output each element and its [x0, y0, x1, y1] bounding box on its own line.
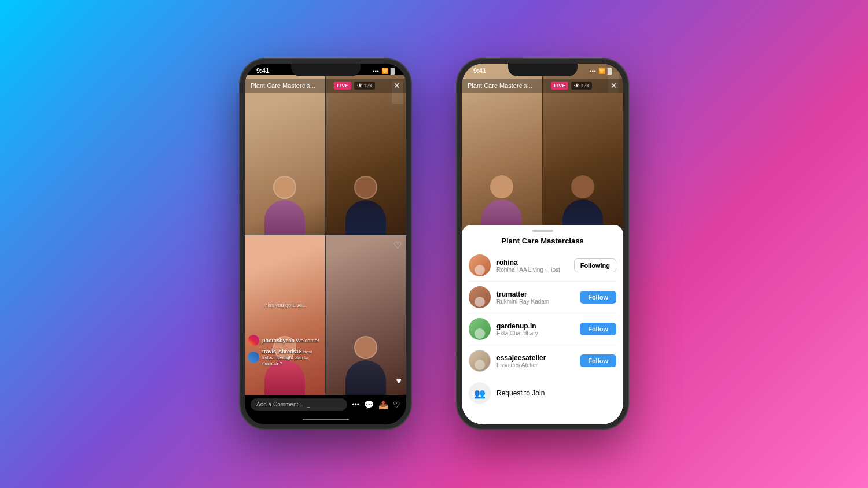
- panel-avatar-essajees: [469, 350, 491, 372]
- phone2-wifi-icon: 🛜: [598, 68, 605, 74]
- panel-sheet: Plant Care Masterclass rohina Rohina | A…: [462, 225, 623, 424]
- panel-item-rohina: rohina Rohina | AA Living · Host Followi…: [469, 250, 616, 282]
- panel-item-essajees: essajeesatelier Essajees Atelier Follow: [469, 345, 616, 376]
- miss-text: Miss you go Live...: [263, 302, 307, 308]
- comment-text-1: photosbyean Welcome!: [262, 338, 319, 343]
- share-icon[interactable]: 📤: [378, 400, 388, 409]
- comment-bar: Add a Comment... _ ••• 💬 📤 ♡: [245, 395, 406, 414]
- live-title: Plant Care Mastercla...: [251, 82, 315, 89]
- close-button[interactable]: ✕: [393, 81, 400, 90]
- request-join-text: Request to Join: [496, 389, 545, 397]
- speech-icon[interactable]: 💬: [364, 400, 374, 409]
- status-icons: ▪▪▪ 🛜 ▓: [373, 68, 395, 74]
- wifi-icon: 🛜: [381, 68, 388, 74]
- person-2: [345, 176, 386, 235]
- phone-screen: 9:41 ▪▪▪ 🛜 ▓ Plant Care Mastercla... LIV…: [245, 64, 406, 424]
- home-indicator: [245, 414, 406, 424]
- signal-icon: ▪▪▪: [373, 68, 379, 74]
- viewers-badge: 👁 12k: [354, 82, 375, 90]
- phone2-status-time: 9:41: [473, 67, 486, 74]
- panel-avatar-gardenup: [469, 318, 491, 340]
- more-options-button[interactable]: •••: [352, 401, 359, 409]
- video-grid: Miss you go Live... photosbyean Welcome!: [245, 75, 406, 395]
- panel-info-gardenup: gardenup.in Ekta Chaudhary: [496, 322, 574, 337]
- status-time: 9:41: [256, 67, 269, 74]
- comment-row-2: travis_shreds18 best indoor low light pl…: [248, 349, 322, 366]
- phone2-live-badge: LIVE: [551, 82, 568, 90]
- phone2-viewers-badge: 👁 12k: [571, 82, 592, 90]
- panel-avatar-trumatter: [469, 286, 491, 308]
- comment-input-placeholder: Add a Comment...: [256, 401, 303, 408]
- live-badge: LIVE: [334, 82, 351, 90]
- video-bg-2: [326, 75, 407, 235]
- video-bg-1: [245, 75, 325, 235]
- panel-item-trumatter: trumatter Rukmini Ray Kadam Follow: [469, 282, 616, 313]
- panel-subtext-trumatter: Rukmini Ray Kadam: [496, 298, 574, 305]
- panel-item-gardenup: gardenup.in Ekta Chaudhary Follow: [469, 313, 616, 345]
- phone2-viewer-count: 12k: [580, 83, 589, 88]
- video-cell-1: [245, 75, 326, 235]
- panel-subtext-gardenup: Ekta Chaudhary: [496, 330, 574, 337]
- phone2-close-button[interactable]: ✕: [610, 81, 617, 90]
- panel-info-rohina: rohina Rohina | AA Living · Host: [496, 258, 568, 273]
- comment-input[interactable]: Add a Comment... _: [251, 398, 347, 411]
- follow-button-trumatter[interactable]: Follow: [580, 291, 616, 304]
- panel-username-trumatter: trumatter: [496, 290, 574, 298]
- phone2-battery-icon: ▓: [608, 68, 612, 74]
- comments-overlay: photosbyean Welcome! travis_shreds18 bes…: [248, 335, 322, 366]
- home-bar: [303, 419, 349, 420]
- request-join-icon: 👥: [469, 382, 491, 404]
- comment-row-1: photosbyean Welcome!: [248, 335, 322, 346]
- phone-2: 9:41 ▪▪▪ 🛜 ▓ Plant Care Mastercla... LIV…: [457, 59, 628, 429]
- video-cell-2: [326, 75, 407, 235]
- phone-2-notch: [508, 64, 578, 76]
- panel-info-essajees: essajeesatelier Essajees Atelier: [496, 354, 574, 368]
- phone2-signal-icon: ▪▪▪: [590, 68, 596, 74]
- comment-text-2: travis_shreds18 best indoor low light pl…: [262, 349, 322, 366]
- video-bg-4: ♡ ♥: [326, 235, 407, 395]
- panel-handle: [532, 230, 553, 232]
- video-cell-3: Miss you go Live... photosbyean Welcome!: [245, 235, 326, 395]
- video-cell-4: ♡ ♥: [326, 235, 407, 395]
- viewer-count: 12k: [363, 83, 372, 88]
- panel-subtext-rohina: Rohina | AA Living · Host: [496, 267, 568, 273]
- panel-username-rohina: rohina: [496, 258, 568, 267]
- eye-icon: 👁: [357, 83, 362, 88]
- person-1: [264, 176, 305, 235]
- miss-overlay: Miss you go Live...: [248, 299, 322, 309]
- person-4: [345, 336, 386, 395]
- battery-icon: ▓: [391, 68, 395, 74]
- phone2-live-badges: LIVE 👁 12k: [551, 82, 592, 90]
- following-button-rohina[interactable]: Following: [574, 258, 616, 272]
- panel-username-gardenup: gardenup.in: [496, 322, 574, 330]
- request-row[interactable]: 👥 Request to Join: [462, 376, 623, 410]
- phone2-live-header: Plant Care Mastercla... LIVE 👁 12k ✕: [462, 79, 623, 93]
- follow-button-gardenup[interactable]: Follow: [580, 323, 616, 335]
- live-header: Plant Care Mastercla... LIVE 👁 12k ✕: [245, 79, 406, 93]
- video-bg-3: Miss you go Live... photosbyean Welcome!: [245, 235, 325, 395]
- panel-username-essajees: essajeesatelier: [496, 354, 574, 362]
- phone2-eye-icon: 👁: [574, 83, 579, 88]
- comment-avatar-1: [248, 335, 259, 346]
- follow-button-essajees[interactable]: Follow: [580, 354, 616, 367]
- heart-icon-bot[interactable]: ♥: [396, 376, 402, 386]
- heart-action-icon[interactable]: ♡: [393, 400, 400, 409]
- comment-avatar-2: [248, 352, 259, 363]
- phone-1: 9:41 ▪▪▪ 🛜 ▓ Plant Care Mastercla... LIV…: [240, 59, 411, 429]
- phone2-status-icons: ▪▪▪ 🛜 ▓: [590, 68, 612, 74]
- cursor-indicator: _: [307, 401, 311, 408]
- phone2-live-title: Plant Care Mastercla...: [468, 82, 532, 89]
- phone-notch: [291, 64, 361, 76]
- heart-icon-top[interactable]: ♡: [393, 240, 402, 251]
- phone-2-screen: 9:41 ▪▪▪ 🛜 ▓ Plant Care Mastercla... LIV…: [462, 64, 623, 424]
- panel-avatar-rohina: [469, 254, 491, 276]
- panel-list: rohina Rohina | AA Living · Host Followi…: [462, 250, 623, 376]
- panel-subtext-essajees: Essajees Atelier: [496, 362, 574, 368]
- panel-info-trumatter: trumatter Rukmini Ray Kadam: [496, 290, 574, 305]
- add-person-icon: 👥: [474, 388, 486, 399]
- live-badges: LIVE 👁 12k: [334, 82, 375, 90]
- panel-title: Plant Care Masterclass: [462, 234, 623, 250]
